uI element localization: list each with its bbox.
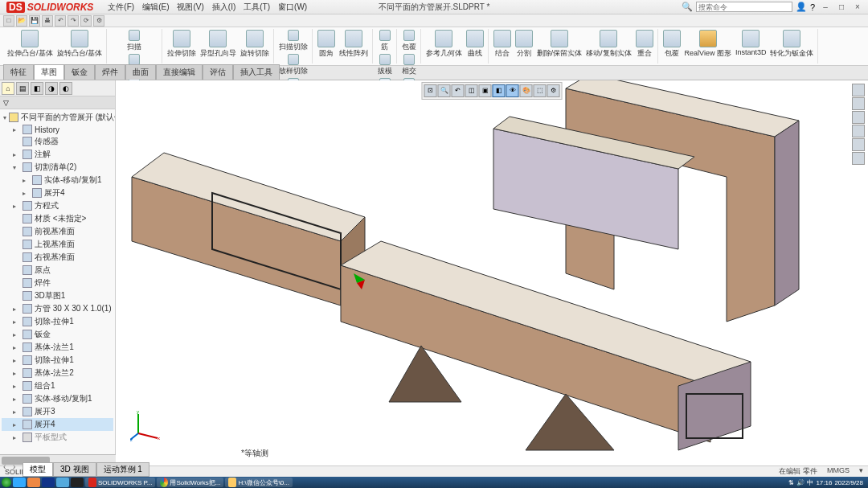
- extrude-cut-button[interactable]: 拉伸切除: [166, 29, 198, 59]
- fillet-button[interactable]: 圆角: [316, 29, 337, 59]
- tray-vol-icon[interactable]: 🔊: [796, 479, 805, 486]
- edit-appearance-icon[interactable]: 🎨: [520, 84, 533, 97]
- hide-show-icon[interactable]: 👁: [506, 84, 519, 97]
- split-button[interactable]: 分割: [514, 29, 534, 59]
- intersect-button[interactable]: 相交: [400, 53, 418, 77]
- rebuild-icon[interactable]: ⟳: [80, 15, 92, 27]
- tb-explorer[interactable]: H:\微信公众号\0...: [225, 478, 293, 487]
- menu-window[interactable]: 窗口(W): [275, 1, 310, 14]
- tab-scroll-left-icon[interactable]: ‹: [3, 462, 13, 477]
- fm-tab-dim-icon[interactable]: ◑: [45, 82, 58, 95]
- tb-app2-icon[interactable]: [27, 478, 40, 487]
- tree-unfold4[interactable]: ▸展开4: [2, 187, 113, 199]
- tp-design-lib-icon[interactable]: [852, 97, 865, 110]
- tab-features[interactable]: 特征: [3, 64, 34, 80]
- menu-tools[interactable]: 工具(T): [240, 1, 273, 14]
- menu-insert[interactable]: 插入(I): [209, 1, 239, 14]
- fm-tab-display-icon[interactable]: ◐: [59, 82, 72, 95]
- wrap-button[interactable]: 包覆: [400, 29, 418, 53]
- undo-icon[interactable]: ↶: [55, 15, 66, 27]
- draft-button[interactable]: 拔模: [376, 53, 394, 77]
- tab-sketch[interactable]: 草图: [34, 64, 64, 80]
- tp-custom-props-icon[interactable]: [852, 152, 865, 165]
- tab-weldments[interactable]: 焊件: [95, 64, 125, 80]
- tree-tube[interactable]: ▸方管 30 X 30 X 1.0(1): [2, 302, 113, 315]
- open-icon[interactable]: 📂: [16, 15, 27, 27]
- tree-trim1[interactable]: ▸切除-拉伸1: [2, 315, 113, 328]
- tree-body-move[interactable]: ▸实体-移动/复制1: [2, 392, 113, 405]
- new-icon[interactable]: □: [3, 15, 14, 27]
- fm-tab-tree-icon[interactable]: ⌂: [2, 82, 14, 95]
- orientation-triad[interactable]: y x z: [130, 409, 162, 441]
- fm-tab-property-icon[interactable]: ▤: [16, 82, 29, 95]
- print-icon[interactable]: 🖶: [42, 15, 53, 27]
- tp-view-palette-icon[interactable]: [852, 125, 865, 137]
- tp-file-explorer-icon[interactable]: [852, 111, 865, 124]
- tree-unfold4b[interactable]: ▸展开4: [2, 418, 113, 431]
- curves-button[interactable]: 曲线: [465, 29, 485, 59]
- loft-cut-button[interactable]: 放样切除: [277, 53, 309, 77]
- move-copy-body-button[interactable]: 移动/复制实体: [584, 29, 633, 59]
- tab-motion-study[interactable]: 运动算例 1: [96, 462, 149, 477]
- tree-equations[interactable]: ▸方程式: [2, 199, 113, 212]
- minimize-button[interactable]: –: [818, 2, 833, 11]
- system-tray[interactable]: ⇅ 🔊 中 17:16 2022/9/28: [788, 478, 866, 487]
- hole-wizard-button[interactable]: 异型孔向导: [199, 29, 238, 59]
- graphics-viewport[interactable]: ⊡ 🔍 ↶ ◫ ▣ ◧ 👁 🎨 ⬚ ⚙: [116, 80, 868, 465]
- maximize-button[interactable]: □: [834, 2, 849, 11]
- tree-flange2[interactable]: ▸基体-法兰2: [2, 367, 113, 379]
- tb-ps-icon[interactable]: [42, 478, 55, 487]
- tb-app3-icon[interactable]: [56, 478, 69, 487]
- tree-root[interactable]: ▾不同平面的方管展开 (默认<按加工>…): [2, 111, 113, 124]
- tab-evaluate[interactable]: 评估: [203, 64, 233, 80]
- fm-tab-config-icon[interactable]: ◧: [31, 82, 43, 95]
- save-icon[interactable]: 💾: [29, 15, 40, 27]
- filter-icon[interactable]: ▽: [3, 99, 9, 107]
- tree-cutlist[interactable]: ▾切割清单(2): [2, 161, 113, 174]
- wrap2-button[interactable]: 包覆: [661, 29, 682, 59]
- tray-lang-icon[interactable]: 中: [807, 478, 813, 487]
- zoom-area-icon[interactable]: 🔍: [438, 84, 451, 97]
- options-icon[interactable]: ⚙: [93, 15, 104, 27]
- tab-surfaces[interactable]: 曲面: [125, 64, 156, 80]
- extrude-boss-button[interactable]: 拉伸凸台/基体: [6, 29, 55, 59]
- tree-sheet[interactable]: ▸钣金: [2, 328, 113, 341]
- tab-sheetmetal[interactable]: 钣金: [64, 64, 95, 80]
- coincident-button[interactable]: 重合: [634, 29, 655, 59]
- tb-app4-icon[interactable]: [71, 478, 84, 487]
- status-opts-icon[interactable]: ▾: [859, 466, 863, 477]
- swept-boss-button[interactable]: 扫描: [125, 29, 143, 53]
- tray-net-icon[interactable]: ⇅: [788, 479, 794, 486]
- tb-solidworks[interactable]: SOLIDWORKS P...: [85, 478, 155, 487]
- tp-resources-icon[interactable]: [852, 84, 865, 96]
- tree-trim2[interactable]: ▸切除-拉伸1: [2, 354, 113, 367]
- tree-solid-move[interactable]: ▸实体-移动/复制1: [2, 174, 113, 187]
- redo-icon[interactable]: ↷: [68, 15, 79, 27]
- tree-sensors[interactable]: 传感器: [2, 135, 113, 148]
- tab-scroll-right-icon[interactable]: ›: [13, 462, 23, 477]
- tree-origin[interactable]: 原点: [2, 264, 113, 277]
- zoom-fit-icon[interactable]: ⊡: [424, 84, 437, 97]
- tree-flange1[interactable]: ▸基体-法兰1: [2, 341, 113, 354]
- rib-button[interactable]: 筋: [378, 29, 392, 53]
- prev-view-icon[interactable]: ↶: [452, 84, 465, 97]
- tree-material[interactable]: 材质 <未指定>: [2, 212, 113, 225]
- tree-weldment[interactable]: 焊件: [2, 277, 113, 289]
- display-style-icon[interactable]: ◧: [493, 84, 506, 97]
- tree-top-plane[interactable]: 上视基准面: [2, 238, 113, 251]
- tree-unfold3[interactable]: ▸展开3: [2, 405, 113, 418]
- start-button[interactable]: [2, 478, 11, 487]
- search-input[interactable]: [696, 2, 792, 12]
- tb-app1-icon[interactable]: [13, 478, 26, 487]
- ref-geometry-button[interactable]: 参考几何体: [424, 29, 464, 59]
- tab-model[interactable]: 模型: [23, 462, 53, 477]
- tree-history[interactable]: ▸History: [2, 124, 113, 135]
- tp-appearances-icon[interactable]: [852, 138, 865, 151]
- convert-sheetmetal-button[interactable]: 转化为钣金体: [768, 29, 815, 59]
- tab-insert-tools[interactable]: 插入工具: [233, 64, 280, 80]
- menu-file[interactable]: 文件(F): [104, 1, 137, 14]
- status-units[interactable]: MMGS: [827, 466, 850, 477]
- tree-combine[interactable]: ▸组合1: [2, 379, 113, 392]
- tree-flat-pattern[interactable]: ▸平板型式: [2, 431, 113, 444]
- linear-pattern-button[interactable]: 线性阵列: [338, 29, 370, 59]
